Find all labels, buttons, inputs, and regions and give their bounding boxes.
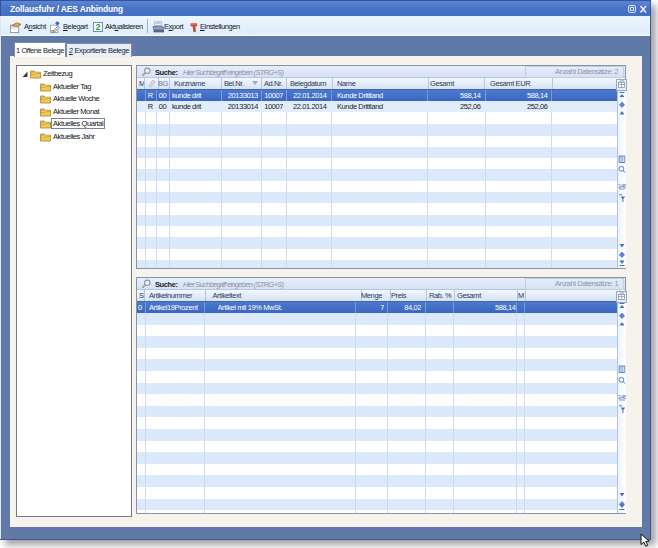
svg-text:146: 146 [618,183,626,189]
svg-text:146: 146 [618,394,626,400]
svg-text:2: 2 [96,22,101,32]
